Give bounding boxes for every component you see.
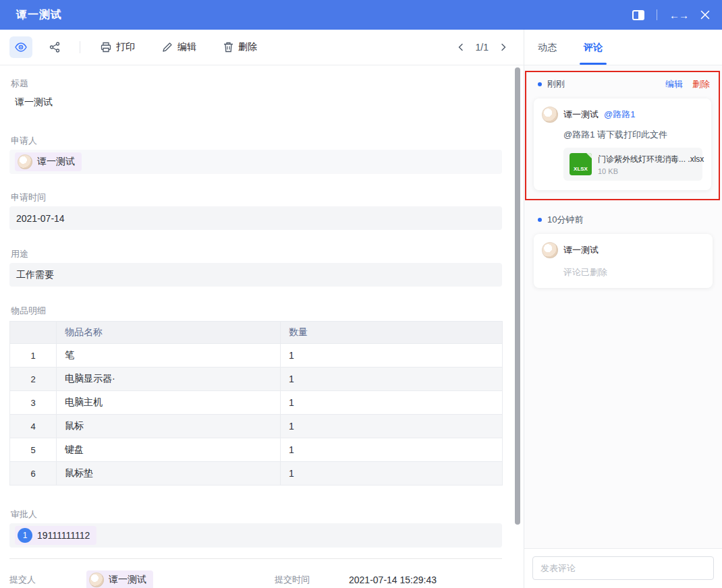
comment-author-row: 谭一测试 @路路1 [542, 107, 703, 123]
approval-detail-window: 谭一测试 ←→ [0, 0, 722, 588]
tab-activity[interactable]: 动态 [535, 42, 559, 65]
comment-delete-link[interactable]: 删除 [692, 78, 710, 90]
scrollbar-track[interactable] [515, 67, 520, 588]
comment-card: 谭一测试 评论已删除 [534, 234, 713, 288]
delete-label: 删除 [238, 41, 257, 53]
timeline-dot-icon [538, 218, 542, 222]
avatar [542, 242, 558, 258]
items-table: 物品名称 数量 1笔1 2电脑显示器·1 3电脑主机1 4鼠标1 5键盘1 6鼠… [9, 321, 503, 486]
comment-deleted-text: 评论已删除 [563, 266, 704, 278]
comment-author: 谭一测试 [563, 244, 599, 256]
submitter-name: 谭一测试 [109, 574, 146, 586]
timeline-dot-icon [538, 82, 542, 86]
comment-header: 刚刚 编辑 删除 [534, 78, 711, 90]
titlebar: 谭一测试 ←→ [0, 0, 722, 30]
field-label-approver: 审批人 [11, 508, 502, 521]
panel-tabs: 动态 评论 [524, 30, 722, 65]
table-row: 3电脑主机1 [10, 391, 503, 415]
attachment-size: 10 KB [598, 167, 696, 175]
item-qty: 1 [281, 344, 503, 368]
close-icon[interactable] [700, 10, 710, 20]
tab-comments[interactable]: 评论 [581, 42, 605, 65]
item-qty: 1 [281, 438, 503, 462]
eye-icon [15, 42, 27, 52]
comment-actions: 编辑 删除 [665, 78, 710, 90]
window-body: 打印 编辑 删除 [0, 30, 722, 588]
document-toolbar: 打印 编辑 删除 [0, 30, 524, 65]
side-panel: 动态 评论 刚刚 编辑 删除 [524, 30, 722, 588]
next-page-button[interactable] [498, 42, 509, 53]
row-index: 5 [10, 438, 57, 462]
comment-edit-link[interactable]: 编辑 [665, 78, 683, 90]
field-label-items: 物品明细 [11, 305, 502, 317]
comment-text: @路路1 请下载打印此文件 [563, 129, 703, 141]
submit-time-value: 2021-07-14 15:29:43 [349, 575, 437, 585]
avatar [89, 572, 104, 587]
field-label-apply-time: 申请时间 [11, 192, 502, 204]
field-value-purpose: 工作需要 [9, 263, 502, 287]
scrollbar-thumb[interactable] [515, 67, 520, 525]
preview-button[interactable] [9, 36, 32, 58]
item-name: 电脑主机 [57, 391, 281, 415]
row-index: 6 [10, 462, 57, 486]
pagination: 1/1 [455, 42, 509, 53]
printer-icon [101, 42, 111, 53]
page-indicator: 1/1 [476, 42, 489, 53]
comment-group-older: 10分钟前 谭一测试 评论已删除 [524, 207, 722, 299]
prev-page-button[interactable] [455, 42, 466, 53]
approver-tag[interactable]: 1 19111111112 [15, 526, 96, 545]
document-pane: 打印 编辑 删除 [0, 30, 524, 588]
share-button[interactable] [43, 36, 66, 58]
comment-group-recent: 刚刚 编辑 删除 谭一测试 @路路1 @路路1 请下载打印此文件 [525, 71, 720, 200]
comment-composer [524, 548, 722, 588]
col-header-index [10, 322, 57, 344]
pencil-icon [162, 42, 173, 53]
table-row: 2电脑显示器·1 [10, 368, 503, 391]
form-content: 标题 谭一测试 申请人 谭一测试 申请时间 2021-07-14 用途 工作需要… [0, 65, 524, 588]
trash-icon [223, 42, 233, 53]
submitter-tag[interactable]: 谭一测试 [86, 570, 153, 588]
item-name: 笔 [57, 344, 281, 368]
attachment-card[interactable]: XLSX 门诊紫外线灯环境消毒... .xlsx 10 KB [563, 148, 702, 181]
row-index: 2 [10, 368, 57, 391]
approver-order-badge: 1 [18, 528, 32, 543]
table-row: 5键盘1 [10, 438, 503, 462]
item-name: 键盘 [57, 438, 281, 462]
titlebar-actions: ←→ [632, 9, 710, 21]
table-row: 4鼠标1 [10, 415, 503, 438]
share-icon [49, 42, 60, 53]
field-approver-row: 1 19111111112 [9, 523, 502, 548]
applicant-tag[interactable]: 谭一测试 [15, 152, 82, 171]
col-header-qty: 数量 [281, 322, 503, 344]
row-index: 3 [10, 391, 57, 415]
field-label-title: 标题 [11, 78, 502, 90]
delete-button[interactable]: 删除 [218, 37, 262, 57]
avatar [18, 154, 32, 169]
comment-author: 谭一测试 [563, 109, 599, 121]
attachment-filename: 门诊紫外线灯环境消毒... .xlsx [598, 154, 696, 165]
comment-card: 谭一测试 @路路1 @路路1 请下载打印此文件 XLSX 门诊紫外线灯环境消毒.… [534, 98, 711, 190]
table-row: 6鼠标垫1 [10, 462, 503, 486]
side-panel-toggle-icon[interactable] [632, 10, 644, 20]
item-name: 鼠标 [57, 415, 281, 438]
col-header-name: 物品名称 [57, 322, 281, 344]
print-button[interactable]: 打印 [95, 37, 140, 57]
comment-time: 10分钟前 [547, 214, 583, 226]
avatar [542, 107, 558, 123]
edit-button[interactable]: 编辑 [157, 37, 202, 57]
table-row: 1笔1 [10, 344, 503, 368]
item-qty: 1 [281, 391, 503, 415]
titlebar-divider [657, 9, 657, 20]
comment-time: 刚刚 [547, 78, 565, 90]
comment-input[interactable] [532, 556, 714, 580]
item-qty: 1 [281, 462, 503, 486]
field-value-apply-time: 2021-07-14 [9, 206, 502, 230]
submitter-label: 提交人 [9, 574, 86, 586]
expand-horizontal-icon[interactable]: ←→ [669, 9, 688, 21]
comment-mention[interactable]: @路路1 [604, 109, 635, 121]
comment-author-row: 谭一测试 [542, 242, 704, 258]
window-title: 谭一测试 [16, 8, 62, 22]
toolbar-actions: 打印 编辑 删除 [95, 37, 262, 57]
field-label-purpose: 用途 [11, 248, 502, 260]
row-index: 1 [10, 344, 57, 368]
